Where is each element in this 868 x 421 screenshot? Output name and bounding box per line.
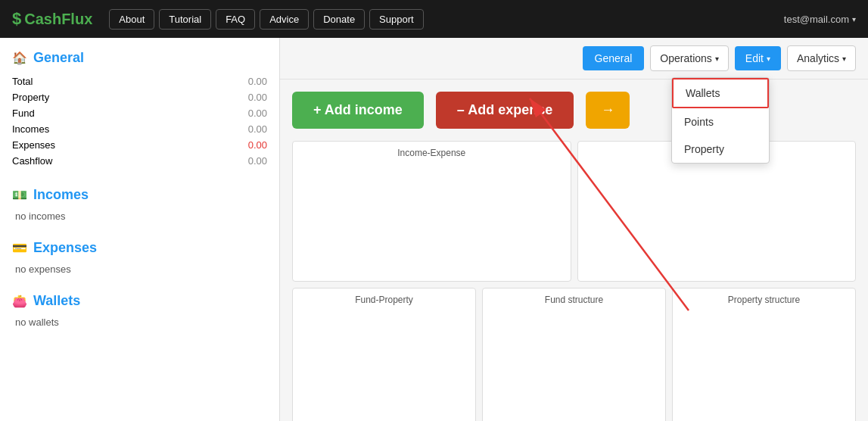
navbar-left: $ CashFlux About Tutorial FAQ Advice Don… xyxy=(12,9,424,30)
edit-caret-icon: ▾ xyxy=(767,55,770,63)
general-fund-value: 0.00 xyxy=(188,105,267,121)
general-incomes-label: Incomes xyxy=(12,121,188,137)
general-total-value: 0.00 xyxy=(188,73,267,89)
charts-row-2: Fund-Property Fund structure Property st… xyxy=(292,288,856,421)
chart-income-expense-body xyxy=(299,161,565,275)
nav-advice[interactable]: Advice xyxy=(260,9,309,30)
sidebar-expenses-title: 💳 Expenses xyxy=(12,240,267,256)
table-row: Cashflow 0.00 xyxy=(12,153,267,169)
general-expenses-value: 0.00 xyxy=(188,137,267,153)
sidebar-general-label: General xyxy=(33,50,84,66)
chart-property-structure: Property structure xyxy=(672,288,856,421)
nav-faq[interactable]: FAQ xyxy=(216,9,255,30)
content: General Operations ▾ Edit ▾ Analytics ▾ … xyxy=(280,38,868,421)
analytics-button[interactable]: Analytics ▾ xyxy=(787,45,856,71)
charts-area: Income-Expense Income structure Fund-Pro… xyxy=(280,141,868,421)
table-row: Incomes 0.00 xyxy=(12,121,267,137)
general-property-value: 0.00 xyxy=(188,89,267,105)
brand: $ CashFlux xyxy=(12,9,92,29)
brand-name: CashFlux xyxy=(24,11,92,28)
incomes-icon: 💵 xyxy=(12,188,27,202)
add-income-button[interactable]: + Add income xyxy=(292,92,424,129)
sidebar-general-section: 🏠 General Total 0.00 Property 0.00 Fund … xyxy=(12,50,267,169)
nav-tutorial[interactable]: Tutorial xyxy=(159,9,211,30)
edit-dropdown: Wallets Points Property xyxy=(671,77,770,164)
brand-dollar: $ xyxy=(12,9,21,29)
operations-label: Operations xyxy=(660,52,711,64)
no-incomes-text: no incomes xyxy=(12,210,267,222)
sidebar-incomes-title: 💵 Incomes xyxy=(12,187,267,203)
charts-row-1: Income-Expense Income structure xyxy=(292,141,856,282)
chart-fund-structure-label: Fund structure xyxy=(489,295,659,305)
sidebar-expenses-section: 💳 Expenses no expenses xyxy=(12,240,267,275)
table-row: Property 0.00 xyxy=(12,89,267,105)
content-wrapper: General Operations ▾ Edit ▾ Analytics ▾ … xyxy=(280,38,868,421)
sidebar-wallets-label: Wallets xyxy=(33,293,80,309)
user-caret-icon: ▾ xyxy=(852,15,856,23)
general-cashflow-value: 0.00 xyxy=(188,153,267,169)
general-expenses-label: Expenses xyxy=(12,137,188,153)
chart-income-expense-label: Income-Expense xyxy=(299,148,565,158)
edit-button[interactable]: Edit ▾ xyxy=(735,46,781,70)
chart-fund-property: Fund-Property xyxy=(292,288,476,421)
general-fund-label: Fund xyxy=(12,105,188,121)
user-menu[interactable]: test@mail.com ▾ xyxy=(784,14,856,25)
no-wallets-text: no wallets xyxy=(12,317,267,328)
chart-fund-property-body xyxy=(299,308,469,421)
action-bar: + Add income – Add expense → xyxy=(280,80,868,141)
sidebar-incomes-label: Incomes xyxy=(33,187,89,203)
main-layout: 🏠 General Total 0.00 Property 0.00 Fund … xyxy=(0,38,868,421)
table-row: Expenses 0.00 xyxy=(12,137,267,153)
dropdown-property[interactable]: Property xyxy=(672,136,769,163)
expenses-icon: 💳 xyxy=(12,241,27,255)
chart-fund-structure: Fund structure xyxy=(482,288,666,421)
dropdown-wallets[interactable]: Wallets xyxy=(672,78,769,108)
add-expense-button[interactable]: – Add expense xyxy=(436,92,574,129)
sidebar-general-title: 🏠 General xyxy=(12,50,267,66)
chart-fund-property-label: Fund-Property xyxy=(299,295,469,305)
chart-income-structure-body xyxy=(584,161,850,275)
home-icon: 🏠 xyxy=(12,51,27,65)
sidebar-expenses-label: Expenses xyxy=(33,240,97,256)
operations-button[interactable]: Operations ▾ xyxy=(650,45,728,71)
transfer-button[interactable]: → xyxy=(586,92,630,129)
analytics-caret-icon: ▾ xyxy=(842,55,846,63)
table-row: Fund 0.00 xyxy=(12,105,267,121)
chart-income-expense: Income-Expense xyxy=(292,141,571,282)
operations-caret-icon: ▾ xyxy=(715,55,719,63)
nav-donate[interactable]: Donate xyxy=(313,9,365,30)
user-email: test@mail.com xyxy=(784,14,849,25)
nav-about[interactable]: About xyxy=(109,9,154,30)
navbar: $ CashFlux About Tutorial FAQ Advice Don… xyxy=(0,0,868,38)
dropdown-points[interactable]: Points xyxy=(672,108,769,136)
wallets-icon: 👛 xyxy=(12,294,27,308)
edit-label: Edit xyxy=(745,52,764,64)
general-button[interactable]: General xyxy=(583,46,645,70)
no-expenses-text: no expenses xyxy=(12,264,267,275)
chart-property-structure-body xyxy=(679,308,849,421)
sidebar-wallets-title: 👛 Wallets xyxy=(12,293,267,309)
general-total-label: Total xyxy=(12,73,188,89)
chart-property-structure-label: Property structure xyxy=(679,295,849,305)
sidebar: 🏠 General Total 0.00 Property 0.00 Fund … xyxy=(0,38,280,421)
sidebar-wallets-section: 👛 Wallets no wallets xyxy=(12,293,267,328)
nav-support[interactable]: Support xyxy=(369,9,424,30)
general-incomes-value: 0.00 xyxy=(188,121,267,137)
table-row: Total 0.00 xyxy=(12,73,267,89)
sidebar-incomes-section: 💵 Incomes no incomes xyxy=(12,187,267,222)
top-bar: General Operations ▾ Edit ▾ Analytics ▾ … xyxy=(280,38,868,80)
sidebar-general-table: Total 0.00 Property 0.00 Fund 0.00 Incom… xyxy=(12,73,267,169)
general-property-label: Property xyxy=(12,89,188,105)
analytics-label: Analytics xyxy=(797,52,839,64)
chart-fund-structure-body xyxy=(489,308,659,421)
general-cashflow-label: Cashflow xyxy=(12,153,188,169)
